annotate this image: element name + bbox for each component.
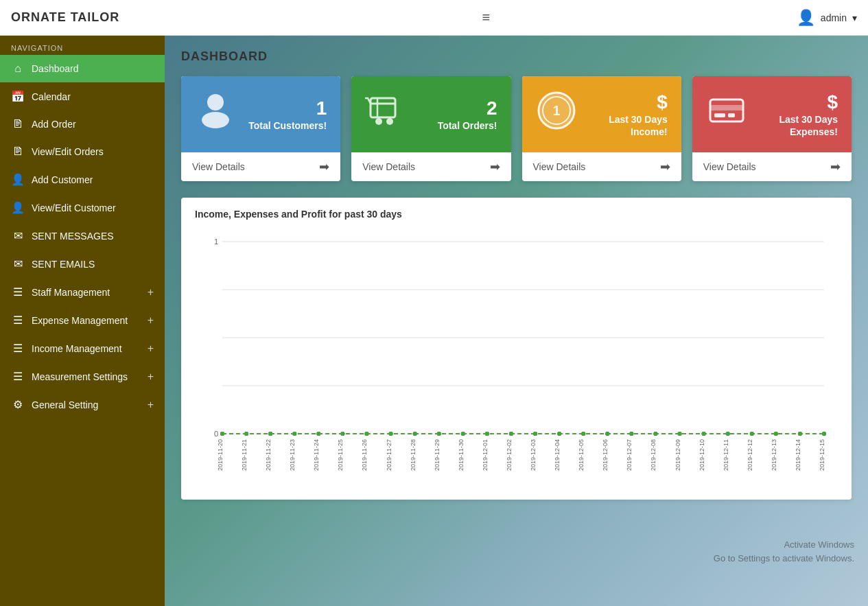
svg-text:2019-12-10: 2019-12-10: [699, 439, 705, 471]
svg-point-113: [557, 432, 561, 436]
chart-area: 102019-11-202019-11-212019-11-222019-11-…: [195, 228, 838, 489]
user-name-label: admin: [821, 12, 847, 23]
sidebar-item-expense-management[interactable]: ☰ Expense Management +: [0, 306, 165, 334]
card-income-info: $ Last 30 Days Income!: [577, 91, 668, 138]
svg-text:2019-11-25: 2019-11-25: [337, 439, 344, 471]
view-orders-icon: 🖹: [11, 145, 25, 158]
staff-icon: ☰: [11, 285, 25, 299]
card-total-customers: 1 Total Customers! View Details ➡: [181, 76, 340, 181]
svg-rect-11: [710, 105, 743, 110]
sidebar-label-view-orders: View/Edit Orders: [32, 146, 104, 157]
expense-icon: ☰: [11, 314, 25, 327]
orders-count: 2: [438, 97, 497, 119]
dropdown-icon[interactable]: ▾: [852, 12, 857, 23]
svg-text:2019-12-04: 2019-12-04: [554, 439, 561, 471]
svg-rect-13: [728, 113, 735, 117]
general-expand-icon[interactable]: +: [148, 399, 154, 411]
svg-point-116: [629, 432, 633, 436]
svg-text:2019-11-29: 2019-11-29: [434, 439, 441, 471]
customers-view-label: View Details: [192, 161, 245, 172]
svg-text:2019-11-28: 2019-11-28: [410, 439, 417, 471]
card-expenses-info: $ Last 30 Days Expenses!: [747, 91, 838, 138]
svg-text:1: 1: [552, 103, 560, 118]
card-expenses: $ Last 30 Days Expenses! View Details ➡: [692, 76, 852, 181]
sidebar-label-add-customer: Add Customer: [32, 174, 93, 185]
sidebar-item-add-customer[interactable]: 👤 Add Customer: [0, 165, 165, 194]
sidebar-item-measurement-settings[interactable]: ☰ Measurement Settings +: [0, 362, 165, 391]
svg-point-119: [702, 432, 706, 436]
sidebar-label-expense: Expense Management: [32, 315, 128, 326]
sent-messages-icon: ✉: [11, 229, 25, 242]
calendar-icon: 📅: [11, 90, 25, 103]
svg-text:2019-12-12: 2019-12-12: [747, 439, 753, 471]
customers-label: Total Customers!: [248, 120, 327, 131]
svg-text:2019-12-06: 2019-12-06: [602, 439, 609, 471]
sidebar-item-add-order[interactable]: 🖹 Add Order: [0, 110, 165, 138]
card-top-orders: 2 Total Orders!: [351, 76, 511, 152]
view-customer-icon: 👤: [11, 201, 25, 214]
svg-text:2019-12-14: 2019-12-14: [795, 439, 801, 471]
sidebar-item-view-orders[interactable]: 🖹 View/Edit Orders: [0, 138, 165, 165]
sidebar-label-dashboard: Dashboard: [32, 63, 79, 74]
income-icon: ☰: [11, 342, 25, 355]
expenses-view-details[interactable]: View Details ➡: [692, 152, 852, 181]
expenses-count: $: [747, 91, 838, 113]
income-expand-icon[interactable]: +: [148, 342, 154, 355]
sidebar-item-dashboard[interactable]: ⌂ Dashboard: [0, 55, 165, 82]
svg-point-122: [774, 432, 778, 436]
svg-point-103: [316, 432, 320, 436]
svg-text:2019-12-01: 2019-12-01: [482, 439, 489, 471]
svg-point-109: [461, 432, 465, 436]
nav-section-label: NAVIGATION: [0, 36, 165, 55]
app-logo: ORNATE TAILOR: [11, 10, 176, 25]
svg-rect-2: [371, 98, 395, 117]
sidebar-label-sent-messages: SENT MESSAGES: [32, 231, 114, 242]
income-count: $: [577, 91, 668, 113]
sidebar-item-view-customer[interactable]: 👤 View/Edit Customer: [0, 194, 165, 222]
measurement-expand-icon[interactable]: +: [148, 371, 154, 383]
sidebar-item-sent-messages[interactable]: ✉ SENT MESSAGES: [0, 222, 165, 250]
svg-text:2019-12-09: 2019-12-09: [675, 439, 681, 471]
svg-text:2019-11-20: 2019-11-20: [217, 439, 224, 471]
svg-point-5: [375, 118, 382, 125]
sidebar-item-sent-emails[interactable]: ✉ SENT EMAILS: [0, 250, 165, 278]
income-arrow-icon: ➡: [660, 159, 670, 174]
svg-point-114: [581, 432, 585, 436]
svg-point-120: [726, 432, 730, 436]
sidebar-label-add-order: Add Order: [32, 119, 76, 130]
svg-text:2019-11-27: 2019-11-27: [386, 439, 392, 471]
svg-point-121: [750, 432, 754, 436]
svg-point-100: [244, 432, 248, 436]
svg-text:2019-12-13: 2019-12-13: [771, 439, 777, 471]
orders-view-details[interactable]: View Details ➡: [351, 152, 511, 181]
svg-text:2019-12-11: 2019-12-11: [723, 439, 729, 471]
sidebar-label-calendar: Calendar: [32, 91, 71, 102]
svg-rect-12: [714, 113, 725, 117]
svg-text:2019-12-15: 2019-12-15: [819, 439, 825, 471]
svg-point-112: [533, 432, 537, 436]
sidebar-item-general-setting[interactable]: ⚙ General Setting +: [0, 391, 165, 419]
income-view-details[interactable]: View Details ➡: [522, 152, 681, 181]
sidebar-item-income-management[interactable]: ☰ Income Management +: [0, 334, 165, 362]
customers-view-details[interactable]: View Details ➡: [181, 152, 340, 181]
orders-card-icon: [365, 90, 406, 139]
expense-expand-icon[interactable]: +: [148, 314, 154, 327]
svg-point-99: [220, 432, 224, 436]
menu-toggle-button[interactable]: ≡: [477, 7, 496, 28]
svg-text:2019-11-21: 2019-11-21: [241, 439, 248, 471]
svg-point-106: [389, 432, 393, 436]
app-body: NAVIGATION ⌂ Dashboard 📅 Calendar 🖹 Add …: [0, 36, 868, 606]
svg-point-108: [437, 432, 441, 436]
svg-point-118: [678, 432, 682, 436]
income-card-icon: 1: [536, 90, 577, 139]
orders-view-label: View Details: [362, 161, 415, 172]
sidebar-item-calendar[interactable]: 📅 Calendar: [0, 82, 165, 110]
card-top-customers: 1 Total Customers!: [181, 76, 340, 152]
staff-expand-icon[interactable]: +: [148, 286, 154, 299]
income-view-label: View Details: [533, 161, 586, 172]
svg-point-111: [509, 432, 513, 436]
home-icon: ⌂: [11, 62, 25, 75]
expenses-card-icon: [706, 90, 747, 139]
sidebar-item-staff-management[interactable]: ☰ Staff Management +: [0, 278, 165, 306]
svg-point-102: [292, 432, 296, 436]
